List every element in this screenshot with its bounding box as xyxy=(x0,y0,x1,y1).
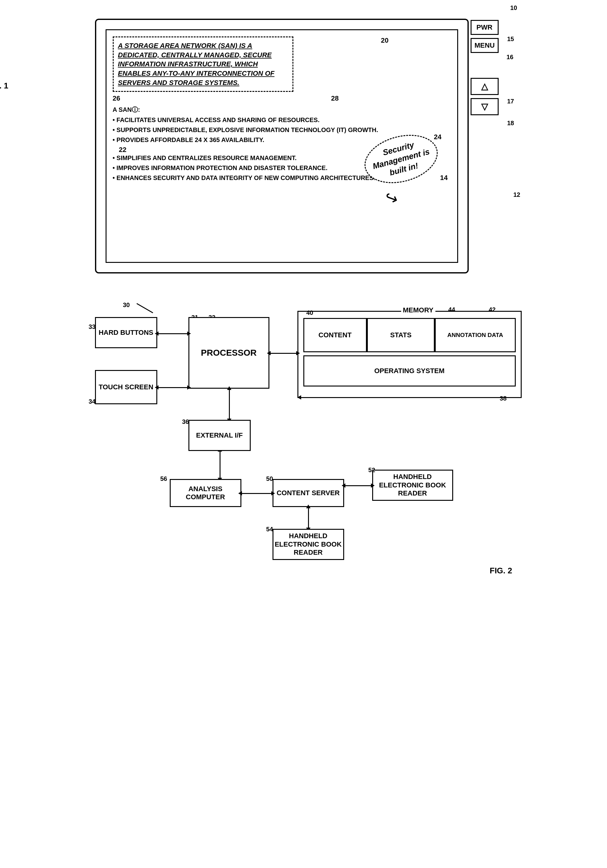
ref-30: 30 xyxy=(123,301,130,308)
content-server-label: CONTENT SERVER xyxy=(277,489,340,497)
down-button[interactable]: ▽ xyxy=(471,98,499,115)
ref-54: 54 xyxy=(266,526,273,533)
ref-20: 20 xyxy=(381,36,389,45)
handheld1-label: HANDHELD ELECTRONIC BOOK READER xyxy=(373,473,452,498)
device-outer: 10 15 16 17 18 12 PWR MENU △ ▽ 20 A STOR… xyxy=(95,19,469,273)
arrow-ext-cs xyxy=(220,451,220,478)
operating-system-label: OPERATING SYSTEM xyxy=(374,367,445,375)
ref-17: 17 xyxy=(507,98,514,105)
ref-24: 24 xyxy=(434,133,441,141)
processor-label: PROCESSOR xyxy=(201,348,257,358)
content-box: CONTENT xyxy=(304,318,367,352)
device-screen: 20 A STORAGE AREA NETWORK (SAN) IS A DED… xyxy=(105,29,458,263)
arrow-ac-cs xyxy=(242,493,272,494)
ref-56: 56 xyxy=(160,475,167,482)
stats-label: STATS xyxy=(390,331,412,339)
bullet-2: • SUPPORTS UNPREDICTABLE, EXPLOSIVE INFO… xyxy=(113,126,451,134)
ref-36: 36 xyxy=(182,418,189,425)
highlighted-text: A STORAGE AREA NETWORK (SAN) IS A DEDICA… xyxy=(118,41,288,87)
stats-box: STATS xyxy=(367,318,435,352)
arrow-cs-hh2 xyxy=(308,508,309,528)
ref-10: 10 xyxy=(510,5,517,11)
ref-18: 18 xyxy=(507,119,514,127)
analysis-computer-box: ANALYSIS COMPUTER xyxy=(170,479,242,507)
fig1-section: FIG. 1 10 15 16 17 18 12 PWR MENU △ ▽ 20… xyxy=(39,19,568,273)
annotation-data-label: ANNOTATION DATA xyxy=(447,332,503,339)
ref30-arrow xyxy=(136,303,153,313)
ref-34: 34 xyxy=(89,398,96,405)
arrow-proc-mem xyxy=(270,353,297,354)
ref-38: 38 xyxy=(500,395,507,402)
touch-screen-box: TOUCH SCREEN xyxy=(95,370,157,404)
hard-buttons-box: HARD BUTTONS xyxy=(95,317,157,348)
bullet-1: • FACILITATES UNIVERSAL ACCESS AND SHARI… xyxy=(113,116,451,124)
content-label: CONTENT xyxy=(319,331,352,339)
memory-label: MEMORY xyxy=(401,306,435,314)
memory-block: MEMORY 44 42 40 CONTENT STATS ANNOTATION… xyxy=(297,311,522,398)
fig2-label: FIG. 2 xyxy=(489,566,512,575)
ref-15: 15 xyxy=(507,36,514,43)
arrow-cs-hh1 xyxy=(345,485,372,486)
arrow-mem-ext xyxy=(300,397,385,398)
fig2-diagram: 30 33 HARD BUTTONS 34 TOUCH SCREEN 31 32… xyxy=(86,298,522,579)
pwr-button[interactable]: PWR xyxy=(471,20,499,35)
ref-44: 44 xyxy=(448,306,455,313)
arrow-hb-proc xyxy=(158,333,188,334)
decorative-arrow: ↩ xyxy=(382,188,401,209)
external-if-box: EXTERNAL I/F xyxy=(189,420,251,451)
content-server-box: CONTENT SERVER xyxy=(273,479,344,507)
handheld2-label: HANDHELD ELECTRONIC BOOK READER xyxy=(273,532,343,556)
ref-22-inline: 22 xyxy=(119,146,127,154)
arrow-ts-proc xyxy=(158,387,188,388)
fig2-section: 30 33 HARD BUTTONS 34 TOUCH SCREEN 31 32… xyxy=(39,298,568,610)
ref-12: 12 xyxy=(513,191,520,198)
external-if-label: EXTERNAL I/F xyxy=(196,431,243,439)
menu-button[interactable]: MENU xyxy=(471,38,499,53)
ref-28: 28 xyxy=(331,95,339,102)
ref-14: 14 xyxy=(440,174,448,182)
san-line: A SANⓘ: xyxy=(113,105,451,114)
content-area: 20 A STORAGE AREA NETWORK (SAN) IS A DED… xyxy=(113,36,451,182)
sidebar-buttons: PWR MENU △ ▽ xyxy=(471,20,499,115)
handheld1-box: HANDHELD ELECTRONIC BOOK READER xyxy=(372,470,453,501)
ref-50: 50 xyxy=(266,475,273,482)
ref-42: 42 xyxy=(489,306,496,313)
annotation-data-box: ANNOTATION DATA xyxy=(435,318,516,352)
processor-box: PROCESSOR xyxy=(189,317,269,389)
operating-system-box: OPERATING SYSTEM xyxy=(304,355,516,386)
handheld2-box: HANDHELD ELECTRONIC BOOK READER xyxy=(273,529,344,560)
ref-40: 40 xyxy=(307,309,313,316)
touch-screen-label: TOUCH SCREEN xyxy=(99,383,153,391)
highlighted-text-box: A STORAGE AREA NETWORK (SAN) IS A DEDICA… xyxy=(113,36,293,92)
ref-26: 26 xyxy=(113,95,120,102)
ref-16: 16 xyxy=(506,54,513,61)
ref-52: 52 xyxy=(369,467,375,474)
hard-buttons-label: HARD BUTTONS xyxy=(99,329,153,337)
arrow-proc-ext xyxy=(229,389,230,419)
fig1-label: FIG. 1 xyxy=(0,81,8,91)
up-button[interactable]: △ xyxy=(471,78,499,95)
ref-33: 33 xyxy=(89,323,96,330)
analysis-computer-label: ANALYSIS COMPUTER xyxy=(171,485,240,501)
